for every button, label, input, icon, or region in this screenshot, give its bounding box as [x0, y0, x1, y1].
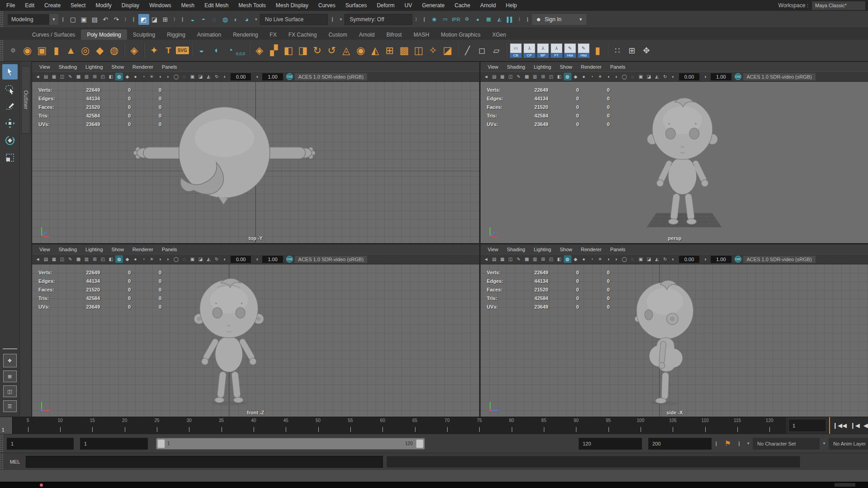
panel-bar-icon[interactable]: ◪ — [645, 73, 653, 80]
render-icon[interactable]: ● — [472, 14, 483, 25]
panel-bar-icon[interactable]: ↻ — [213, 255, 221, 263]
panel-bar-icon[interactable]: ▣ — [189, 73, 196, 80]
panel-bar-icon[interactable]: ◫ — [507, 73, 514, 80]
menu-item[interactable]: Generate — [422, 2, 444, 9]
set-key-icon[interactable]: ⚑ — [724, 439, 731, 448]
timeline-tick[interactable]: 105 — [657, 417, 689, 434]
layout-single-pane-button[interactable]: ❖ — [3, 354, 17, 367]
panel-bar-icon[interactable]: ▥ — [531, 255, 539, 263]
shelf-tab[interactable]: Sculpting — [127, 29, 161, 40]
panel-menu-item[interactable]: Panels — [162, 247, 177, 252]
panel-bar-icon[interactable]: ◆ — [123, 255, 131, 263]
timeline-tick[interactable]: 35 — [205, 417, 237, 434]
panel-bar-icon[interactable]: ◑ — [604, 255, 612, 263]
panel-bar-icon[interactable]: ◧ — [556, 73, 563, 80]
panel-bar-icon[interactable]: ◧ — [107, 255, 115, 263]
exposure-field[interactable]: 0.00 — [679, 256, 699, 263]
menu-item[interactable]: Help — [506, 2, 517, 9]
exposure-icon[interactable]: ◐ — [670, 255, 677, 263]
timeline-tick[interactable]: 55 — [334, 417, 366, 434]
render-icon[interactable]: IPR — [451, 14, 462, 25]
panel-bar-icon[interactable]: ▤ — [42, 255, 50, 263]
snap-icon[interactable]: ◌ — [209, 14, 220, 25]
panel-bar-icon[interactable]: ◫ — [58, 73, 66, 80]
timeline-tick[interactable]: 115 — [721, 417, 753, 434]
panel-bar-icon[interactable]: ▩ — [523, 255, 531, 263]
file-op-icon[interactable]: ↷ — [111, 14, 122, 25]
shelf-tab[interactable]: XGen — [486, 29, 512, 40]
display-toggle-icon[interactable]: ∷ — [610, 43, 625, 58]
exposure-field[interactable]: 0.00 — [231, 73, 251, 80]
panel-bar-icon[interactable]: ◰ — [99, 73, 107, 80]
panel-bar-icon[interactable]: ▤ — [491, 73, 498, 80]
panel-menu-item[interactable]: Lighting — [85, 247, 103, 252]
panel-bar-icon[interactable]: ● — [580, 73, 588, 80]
workspace-selector[interactable]: Maya Classic* — [812, 1, 865, 10]
menu-set-selector[interactable]: Modeling — [8, 14, 49, 25]
sculpt-tool-icon[interactable]: ◖ — [209, 43, 223, 58]
group-divider[interactable]: ❙ — [181, 17, 184, 22]
command-result-field[interactable] — [387, 456, 800, 468]
shelf-grip[interactable] — [0, 40, 4, 61]
panel-bar-icon[interactable]: ▤ — [491, 255, 498, 263]
colorspace-field[interactable]: ACES 1.0 SDR-video (sRGB) — [743, 256, 816, 263]
panel-bar-icon[interactable]: ◧ — [556, 255, 563, 263]
panel-bar-icon[interactable]: ↻ — [661, 73, 669, 80]
gamma-field[interactable]: 1.00 — [262, 73, 283, 80]
editor-shortcut-icon[interactable]: ⅄ BP — [537, 43, 549, 58]
menu-item[interactable]: Arnold — [480, 2, 496, 9]
animation-end-field[interactable]: 200 — [648, 438, 712, 450]
panel-bar-icon[interactable]: ☀ — [148, 255, 156, 263]
panel-menu-item[interactable]: Shading — [507, 64, 525, 70]
panel-bar-icon[interactable]: ◗ — [164, 73, 172, 80]
modeling-tool-icon[interactable]: ↺ — [325, 43, 339, 58]
panel-bar-icon[interactable]: ◆ — [123, 73, 131, 80]
panel-bar-icon[interactable]: ◌ — [629, 255, 637, 263]
panel-bar-icon[interactable]: ● — [132, 73, 139, 80]
menu-item[interactable]: Mesh — [181, 2, 194, 9]
gamma-icon[interactable]: ◑ — [253, 255, 260, 263]
curve-tool-icon[interactable]: ▱ — [489, 43, 504, 58]
selection-mode-icon[interactable]: ⊞ — [160, 14, 171, 25]
panel-bar-icon[interactable]: ▣ — [189, 255, 196, 263]
layout-two-pane-button[interactable]: ◫ — [3, 385, 17, 397]
panel-bar-icon[interactable]: ◔ — [140, 73, 147, 80]
panel-bar-icon[interactable]: ◧ — [107, 73, 115, 80]
scale-tool-button[interactable] — [2, 150, 18, 165]
command-language-toggle[interactable]: MEL — [4, 459, 26, 465]
shelf-tab[interactable]: Curves / Surfaces — [26, 29, 81, 40]
panel-bar-icon[interactable]: ▣ — [637, 255, 645, 263]
panel-bar-icon[interactable]: ▤ — [42, 73, 50, 80]
menu-item[interactable]: Surfaces — [345, 2, 367, 9]
panel-bar-icon[interactable]: ◭ — [205, 255, 212, 263]
panel-menu-item[interactable]: Panels — [610, 247, 626, 252]
viewport-top[interactable]: ViewShadingLightingShowRendererPanels ◄▤… — [32, 62, 479, 243]
file-op-icon[interactable]: ↶ — [100, 14, 111, 25]
colorspace-icon[interactable]: GM — [735, 256, 741, 263]
panel-bar-icon[interactable]: ▦ — [50, 73, 58, 80]
panel-menu-item[interactable]: View — [488, 64, 499, 70]
panel-menu-item[interactable]: Panels — [610, 64, 626, 70]
panel-menu-item[interactable]: Lighting — [534, 64, 552, 70]
panel-bar-icon[interactable]: ◄ — [482, 255, 490, 263]
poly-text-icon[interactable]: T — [161, 43, 176, 58]
sign-in-button[interactable]: ☻ Sign In ▼ — [532, 14, 586, 25]
display-toggle-icon[interactable]: ⊞ — [625, 43, 639, 58]
menu-item[interactable]: File — [6, 2, 15, 9]
command-input[interactable] — [26, 456, 383, 468]
range-start-handle[interactable] — [157, 439, 165, 448]
panel-bar-icon[interactable]: ☀ — [596, 255, 604, 263]
panel-menu-item[interactable]: Show — [112, 64, 124, 70]
group-collapse-icon[interactable]: ⟩ — [415, 17, 417, 22]
panel-bar-icon[interactable]: ✎ — [66, 73, 74, 80]
gamma-icon[interactable]: ◑ — [701, 73, 709, 80]
timeline-tick[interactable]: 10 — [44, 417, 76, 434]
panel-bar-icon[interactable]: ◭ — [205, 73, 212, 80]
animation-start-field[interactable]: 1 — [7, 438, 74, 450]
poly-primitive-icon[interactable]: ◆ — [93, 43, 107, 58]
poly-primitive-icon[interactable]: ▲ — [64, 43, 78, 58]
panel-bar-icon[interactable]: ◑ — [604, 73, 612, 80]
viewport-canvas-top[interactable]: Verts: 22649 0 0 Edges: 44134 0 0 Faces:… — [32, 82, 479, 243]
timeline-tick[interactable]: 80 — [495, 417, 528, 434]
panel-menu-item[interactable]: Renderer — [132, 247, 153, 252]
